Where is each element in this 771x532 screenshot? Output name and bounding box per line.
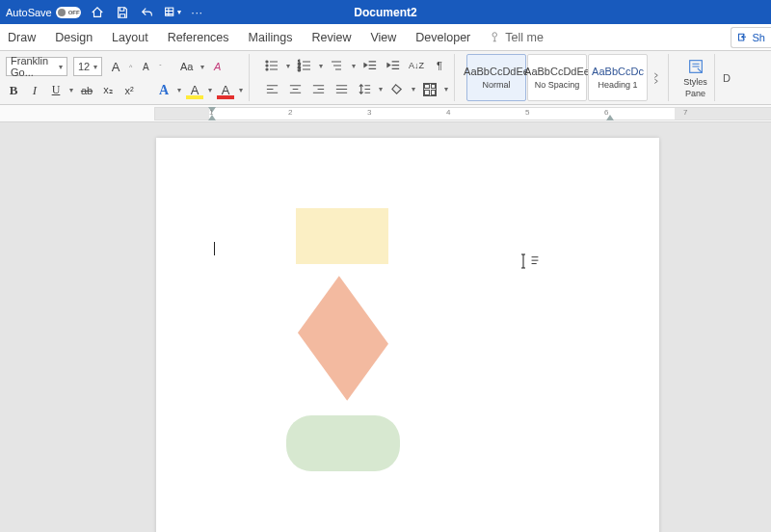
ruler-tick: 2 xyxy=(288,108,292,117)
align-center-icon[interactable] xyxy=(286,82,304,97)
multilevel-icon[interactable] xyxy=(329,58,346,73)
tell-me-search[interactable]: Tell me xyxy=(490,31,544,44)
tab-draw[interactable]: Draw xyxy=(8,31,36,44)
style-preview: AaBbCcDdEe xyxy=(524,66,590,77)
italic-button[interactable]: I xyxy=(27,83,42,98)
style-name: Heading 1 xyxy=(598,80,637,90)
ruler-tick: 7 xyxy=(683,108,687,117)
shape-rectangle[interactable] xyxy=(296,208,388,264)
text-caret xyxy=(214,242,215,255)
font-group: Franklin Go...▾ 12▾ A^ Aˇ Aa▾ A B I U▾ a… xyxy=(0,54,250,101)
font-size-combo[interactable]: 12▾ xyxy=(73,57,102,76)
sort-icon[interactable]: A↓Z xyxy=(408,58,425,73)
ruler-tick: 5 xyxy=(525,108,529,117)
indent-decrease-icon[interactable] xyxy=(361,58,379,73)
home-icon[interactable] xyxy=(89,4,106,21)
underline-button[interactable]: U xyxy=(48,83,64,98)
styles-more-icon[interactable] xyxy=(649,70,664,86)
shape-diamond[interactable] xyxy=(298,276,388,400)
change-case-icon[interactable]: Aa xyxy=(179,59,195,74)
ribbon-tabs: Draw Design Layout References Mailings R… xyxy=(0,24,771,51)
style-name: No Spacing xyxy=(535,80,580,90)
line-spacing-icon[interactable] xyxy=(356,82,373,97)
toggle-state: OFF xyxy=(68,10,80,15)
highlight-icon[interactable]: A xyxy=(187,83,202,98)
borders-icon[interactable] xyxy=(421,82,439,97)
ruler-tick: 3 xyxy=(367,108,371,117)
tab-layout[interactable]: Layout xyxy=(112,31,148,44)
shading-icon[interactable] xyxy=(388,82,406,97)
indent-increase-icon[interactable] xyxy=(385,58,402,73)
styles-pane-label1: Styles xyxy=(683,77,707,87)
svg-point-1 xyxy=(492,32,497,37)
page[interactable] xyxy=(156,138,659,532)
document-canvas[interactable] xyxy=(0,122,771,532)
titlebar: AutoSave OFF ▾ ··· Document2 xyxy=(0,0,771,24)
ruler-tick: 4 xyxy=(446,108,450,117)
style-preview: AaBbCcDdEe xyxy=(464,66,529,77)
style-normal[interactable]: AaBbCcDdEe Normal xyxy=(466,54,526,101)
svg-point-5 xyxy=(266,68,268,70)
save-icon[interactable] xyxy=(114,4,131,21)
superscript-button[interactable]: x² xyxy=(121,83,137,98)
svg-point-4 xyxy=(266,65,268,66)
font-name-value: Franklin Go... xyxy=(11,55,59,78)
share-button[interactable]: Sh xyxy=(731,27,771,48)
table-quick-icon[interactable]: ▾ xyxy=(164,4,181,21)
tab-design[interactable]: Design xyxy=(55,31,93,44)
style-no-spacing[interactable]: AaBbCcDdEe No Spacing xyxy=(527,54,587,101)
styles-pane-label2: Pane xyxy=(685,89,705,98)
tell-me-label: Tell me xyxy=(505,31,544,44)
tab-review[interactable]: Review xyxy=(311,31,351,44)
autosave-label: AutoSave xyxy=(6,7,52,18)
paragraph-group: ▾ 123▾ ▾ A↓Z ¶ ▾ ▾ ▾ xyxy=(257,54,455,101)
ribbon: Franklin Go...▾ 12▾ A^ Aˇ Aa▾ A B I U▾ a… xyxy=(0,51,771,105)
svg-text:3: 3 xyxy=(298,66,301,72)
share-label: Sh xyxy=(753,32,765,43)
align-left-icon[interactable] xyxy=(263,82,280,97)
ruler-tick: 1 xyxy=(209,108,213,117)
font-size-value: 12 xyxy=(78,61,90,72)
autosave-toggle[interactable]: AutoSave OFF xyxy=(6,7,81,18)
tab-view[interactable]: View xyxy=(370,31,396,44)
justify-icon[interactable] xyxy=(332,82,350,97)
text-effects-icon[interactable]: A xyxy=(156,83,172,98)
shape-rounded-rect[interactable] xyxy=(286,415,400,471)
strike-button[interactable]: ab xyxy=(79,83,94,98)
ribbon-overflow: D xyxy=(723,54,731,101)
numbering-icon[interactable]: 123 xyxy=(296,58,313,73)
bold-button[interactable]: B xyxy=(6,83,21,98)
decrease-font-icon[interactable]: A xyxy=(138,59,153,74)
style-preview: AaBbCcDc xyxy=(592,66,644,77)
font-color-icon[interactable]: A xyxy=(218,83,233,98)
svg-point-3 xyxy=(266,61,268,63)
paragraph-cursor-icon xyxy=(518,253,540,269)
font-name-combo[interactable]: Franklin Go...▾ xyxy=(6,57,67,76)
increase-font-icon[interactable]: A xyxy=(108,59,123,74)
horizontal-ruler[interactable]: 1 2 3 4 5 6 7 xyxy=(0,105,771,122)
clear-format-icon[interactable]: A xyxy=(210,59,226,74)
tab-references[interactable]: References xyxy=(168,31,229,44)
styles-gallery: AaBbCcDdEe Normal AaBbCcDdEe No Spacing … xyxy=(463,54,669,101)
undo-icon[interactable] xyxy=(139,4,156,21)
align-right-icon[interactable] xyxy=(309,82,327,97)
style-name: Normal xyxy=(482,80,510,90)
styles-pane-button[interactable]: Styles Pane xyxy=(677,54,715,101)
ruler-tick: 6 xyxy=(604,108,608,117)
tab-mailings[interactable]: Mailings xyxy=(249,31,293,44)
style-heading1[interactable]: AaBbCcDc Heading 1 xyxy=(588,54,648,101)
bullets-icon[interactable] xyxy=(263,58,280,73)
toggle-switch[interactable]: OFF xyxy=(56,7,81,18)
pilcrow-icon[interactable]: ¶ xyxy=(431,58,448,73)
tab-developer[interactable]: Developer xyxy=(415,31,470,44)
qat-overflow-icon[interactable]: ··· xyxy=(189,4,206,21)
subscript-button[interactable]: x₂ xyxy=(100,83,116,98)
